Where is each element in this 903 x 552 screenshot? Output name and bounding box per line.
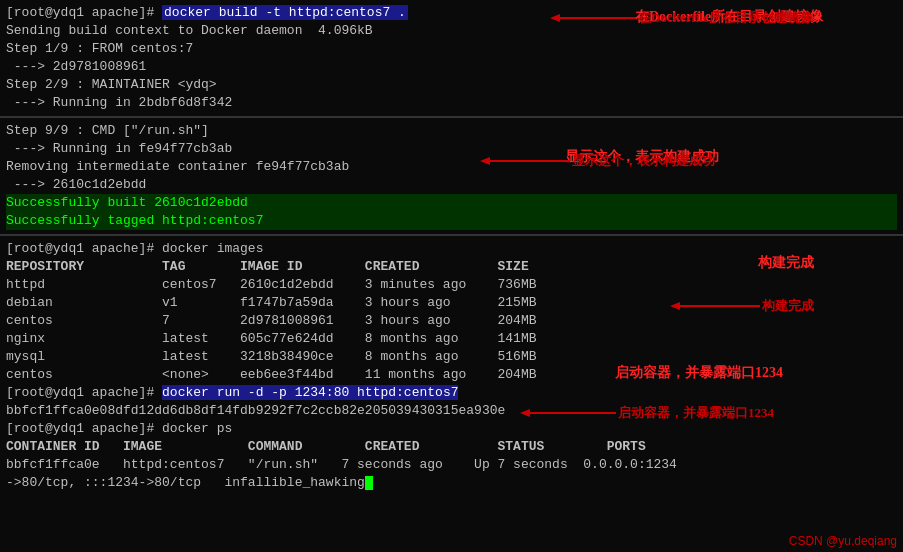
- section1: [root@ydq1 apache]# docker build -t http…: [0, 0, 903, 118]
- prompt-run: [root@ydq1 apache]#: [6, 385, 162, 400]
- annotation-3: 构建完成: [758, 254, 814, 272]
- line-run: [root@ydq1 apache]# docker run -d -p 123…: [6, 384, 897, 402]
- section3: [root@ydq1 apache]# docker images REPOSI…: [0, 236, 903, 496]
- line-3: Step 1/9 : FROM centos:7: [6, 40, 897, 58]
- cmd-images: docker images: [162, 241, 263, 256]
- line-s2-4: ---> 2610c1d2ebdd: [6, 176, 897, 194]
- line-container-id: bbfcf1ffca0e08dfd12dd6db8df14fdb9292f7c2…: [6, 402, 897, 420]
- cursor: [365, 476, 373, 490]
- terminal: [root@ydq1 apache]# docker build -t http…: [0, 0, 903, 552]
- line-6: ---> Running in 2bdbf6d8f342: [6, 94, 897, 112]
- annotation-2: 显示这个，表示构建成功: [565, 148, 719, 166]
- line-5: Step 2/9 : MAINTAINER <ydq>: [6, 76, 897, 94]
- ps-row-2: ->80/tcp, :::1234->80/tcp infallible_haw…: [6, 474, 897, 492]
- cmd-run: docker run -d -p 1234:80 httpd:centos7: [162, 385, 458, 400]
- line-4: ---> 2d9781008961: [6, 58, 897, 76]
- line-s2-3: Removing intermediate container fe94f77c…: [6, 158, 897, 176]
- images-row-httpd: httpd centos7 2610c1d2ebdd 3 minutes ago…: [6, 276, 897, 294]
- section2: Step 9/9 : CMD ["/run.sh"] ---> Running …: [0, 118, 903, 236]
- ps-header: CONTAINER ID IMAGE COMMAND CREATED STATU…: [6, 438, 897, 456]
- prompt-s3: [root@ydq1 apache]#: [6, 241, 162, 256]
- annotation-1: 在Dockerfile所在目录创建镜像: [635, 8, 823, 26]
- prompt: [root@ydq1 apache]#: [6, 5, 162, 20]
- ps-row-1: bbfcf1ffca0e httpd:centos7 "/run.sh" 7 s…: [6, 456, 897, 474]
- line-s2-1: Step 9/9 : CMD ["/run.sh"]: [6, 122, 897, 140]
- cmd-1: docker build -t httpd:centos7 .: [162, 5, 408, 20]
- images-row-centos: centos 7 2d9781008961 3 hours ago 204MB: [6, 312, 897, 330]
- images-row-nginx: nginx latest 605c77e624dd 8 months ago 1…: [6, 330, 897, 348]
- line-success-2: Successfully tagged httpd:centos7: [6, 212, 897, 230]
- images-row-debian: debian v1 f1747b7a59da 3 hours ago 215MB: [6, 294, 897, 312]
- line-ps: [root@ydq1 apache]# docker ps: [6, 420, 897, 438]
- csdn-watermark: CSDN @yu.deqiang: [789, 534, 897, 548]
- line-s2-2: ---> Running in fe94f77cb3ab: [6, 140, 897, 158]
- annotation-4: 启动容器，并暴露端口1234: [615, 364, 783, 382]
- line-success-1: Successfully built 2610c1d2ebdd: [6, 194, 897, 212]
